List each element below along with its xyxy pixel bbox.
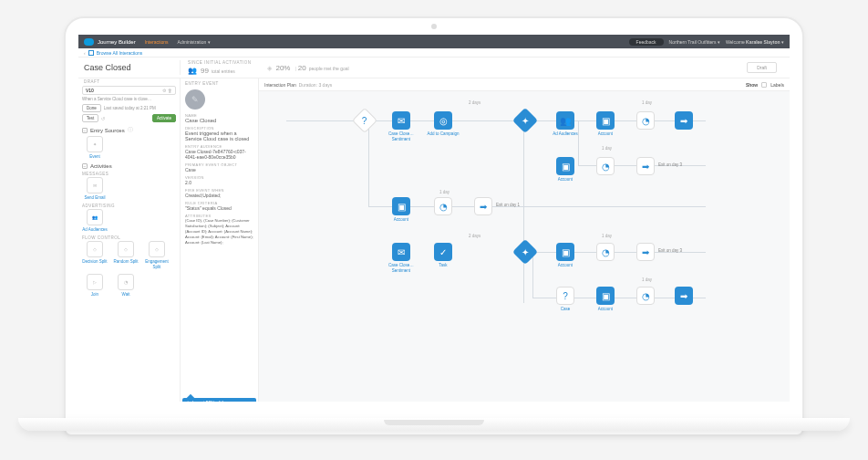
briefcase-icon: ▣ (602, 116, 610, 126)
user-menu[interactable]: Welcome Karalee Slayton ▾ (726, 39, 784, 45)
account-node-a2[interactable]: ▣ (556, 157, 574, 175)
salesforce-cloud-icon (84, 38, 94, 46)
email-node-ccs-1[interactable]: ✉ (392, 111, 410, 130)
tile-ad-audiences[interactable]: 👥 Ad Audiences (82, 209, 108, 233)
people-icon: 👥 (560, 116, 571, 126)
day-label-2a: 2 days (469, 100, 480, 105)
join-icon: ▷ (93, 279, 97, 285)
account-node-c[interactable]: ▣ (556, 243, 574, 261)
diamond-question-icon: ◇ (93, 246, 97, 252)
feedback-button[interactable]: Feedback (629, 38, 664, 46)
wait-node-c[interactable]: ◔ (596, 243, 615, 261)
tile-send-email[interactable]: ✉ Send Email (82, 177, 108, 201)
chevron-down-icon: ▾ (781, 39, 784, 45)
version-selector[interactable]: ⚙ 🗑 (82, 86, 176, 95)
decision-node-1[interactable]: ? (352, 108, 377, 133)
app-screen: Journey Builder Interactions Administrat… (78, 35, 790, 402)
done-button[interactable]: Done (82, 104, 101, 112)
people-icon: 👥 (92, 214, 98, 220)
breadcrumb-link[interactable]: Browse All Interactions (97, 50, 143, 56)
total-entries-label: total entries (212, 68, 235, 74)
goal-pct: 20% (275, 64, 290, 72)
wait-node-d[interactable]: ◔ (636, 287, 655, 305)
briefcase-icon: ▣ (562, 247, 570, 257)
exit-node-c[interactable]: ➡ (636, 243, 655, 261)
wait-node-a2[interactable]: ◔ (596, 157, 615, 175)
campaign-node[interactable]: ◎ (434, 111, 452, 130)
fld-name: Case Closed (185, 118, 253, 123)
labels-checkbox[interactable] (761, 82, 767, 88)
page-title: Case Closed (84, 63, 174, 72)
status-badge: Draft (747, 62, 777, 73)
tile-wait[interactable]: ◔Wait (113, 274, 139, 298)
diamond-percent-icon: ◇ (124, 246, 128, 252)
wait-node-a[interactable]: ◔ (636, 111, 655, 130)
sub-messages: MESSAGES (82, 172, 176, 176)
exit-node-a2[interactable]: ➡ (636, 157, 655, 175)
mail-icon: ✉ (398, 247, 405, 257)
entry-event-avatar: ✎ (185, 89, 205, 110)
question-icon: ? (563, 291, 568, 301)
account-node-d[interactable]: ▣ (596, 287, 615, 305)
task-node[interactable]: ✓ (434, 243, 452, 261)
check-icon: ✓ (439, 247, 447, 257)
exit-node-b[interactable]: ➡ (474, 197, 492, 215)
journey-canvas[interactable]: Interaction Plan Duration: 3 days Show L… (259, 78, 790, 402)
undo-icon[interactable]: ↺ (101, 116, 105, 121)
clock-icon: ◔ (124, 279, 128, 285)
last-saved: Last saved today at 2:21 PM (104, 105, 156, 111)
plan-header: Interaction Plan Duration: 3 days Show L… (259, 78, 790, 91)
tile-join[interactable]: ▷Join (82, 274, 108, 298)
gear-icon[interactable]: ⚙ (162, 88, 166, 93)
test-button[interactable]: Test (82, 114, 98, 122)
back-chevron-icon[interactable]: ‹ (84, 50, 86, 56)
since-label: SINCE INITIAL ACTIVATION (188, 60, 251, 65)
nav-tabs: Interactions Administration ▾ (145, 39, 211, 45)
breadcrumb-box-icon (88, 50, 94, 56)
case-node[interactable]: ? (556, 287, 574, 305)
delete-icon[interactable]: 🗑 (168, 88, 172, 93)
tab-administration[interactable]: Administration ▾ (178, 39, 211, 45)
label-adaud: Ad Audiences (549, 131, 582, 137)
adaud-node[interactable]: 👥 (556, 111, 574, 130)
exit-label-c: Exit on day 3 (658, 248, 682, 253)
wait-node-b[interactable]: ◔ (434, 197, 452, 215)
day-label-1a: 1 day (642, 100, 652, 105)
section-activities[interactable]: −Activities (82, 163, 176, 169)
fld-obj: Case (185, 167, 253, 172)
tile-engagement-split[interactable]: ◇Engagement Split (144, 241, 170, 270)
day-label-1b: 1 day (439, 190, 450, 194)
people-icon: 👥 (188, 67, 197, 75)
tile-event[interactable]: ✦ Event (82, 136, 108, 160)
org-switcher[interactable]: Northern Trail Outfitters ▾ (669, 39, 720, 45)
exit-icon: ➡ (642, 162, 649, 172)
version-input[interactable] (86, 88, 140, 93)
target-icon: ◎ (186, 400, 190, 402)
tab-interactions[interactable]: Interactions (145, 39, 169, 45)
info-icon[interactable]: ⓘ (128, 126, 133, 134)
labels-toggle-label: Labels (770, 82, 784, 88)
exit-node-a[interactable]: ➡ (675, 111, 693, 130)
day-label-1a2: 1 day (602, 146, 612, 151)
account-node-a1[interactable]: ▣ (596, 111, 615, 130)
goal-label: people met the goal (309, 66, 349, 71)
clock-icon: ◔ (642, 291, 650, 301)
account-node-b[interactable]: ▣ (392, 197, 410, 215)
total-entries-count: 99 (201, 67, 209, 75)
pencil-icon: ✎ (191, 95, 199, 104)
tile-random-split[interactable]: ◇Random Split (113, 241, 139, 270)
engagement-node-c[interactable]: ✦ (512, 239, 538, 265)
exit-node-d[interactable]: ➡ (675, 287, 693, 305)
activate-button[interactable]: Activate (152, 114, 176, 122)
label-account-a2: Account (549, 177, 582, 183)
goal-icon: ◈ (267, 65, 272, 72)
tile-decision-split[interactable]: ◇Decision Split (82, 241, 108, 270)
goal-bubble[interactable]: ◎I want 50% of the… (182, 398, 256, 402)
label-account-b: Account (385, 217, 418, 223)
section-entry-sources[interactable]: −Entry Sourcesⓘ (82, 126, 176, 134)
fld-fire: Created;Updated; (185, 193, 253, 198)
spark-icon: ✦ (93, 141, 97, 147)
clock-icon: ◔ (642, 116, 650, 126)
email-node-ccs-2[interactable]: ✉ (392, 243, 410, 261)
engagement-node-a[interactable]: ✦ (512, 108, 538, 133)
